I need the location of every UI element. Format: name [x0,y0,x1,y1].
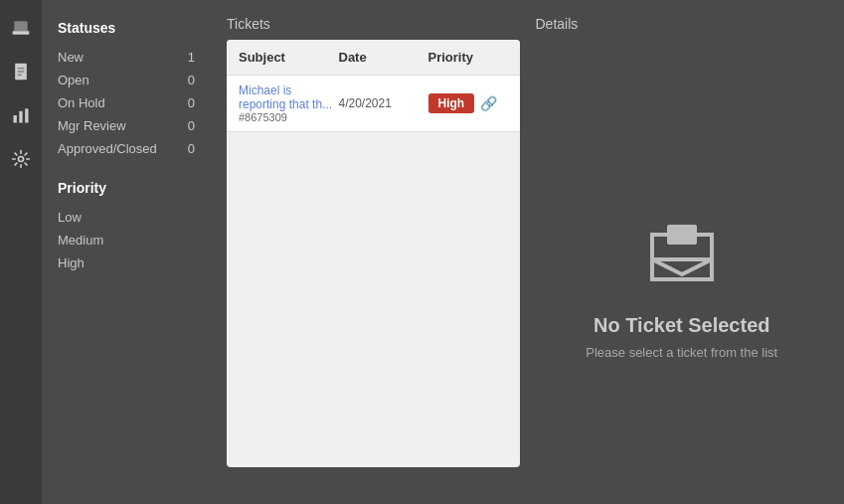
no-ticket-title: No Ticket Selected [593,314,769,337]
sidebar-item-onhold-count: 0 [188,95,195,110]
sidebar-item-open-label: Open [58,73,89,87]
priority-badge: High [428,93,475,113]
no-ticket-container: No Ticket Selected Please select a ticke… [536,40,829,504]
sidebar-item-mgrreview-label: Mgr Review [58,118,126,133]
inbox-nav-icon[interactable] [3,10,39,46]
svg-rect-2 [18,71,25,73]
attachment-icon: 🔗 [480,95,497,111]
sidebar-item-priority-medium[interactable]: Medium [58,229,195,252]
svg-rect-10 [667,225,697,245]
main-content: Tickets Subject Date Priority Michael is… [211,0,844,504]
col-header-subject: Subject [239,50,339,65]
svg-rect-4 [14,115,17,123]
sidebar-item-priority-low[interactable]: Low [58,206,195,229]
chart-nav-icon[interactable] [3,97,39,133]
sidebar-item-closed[interactable]: Approved/Closed 0 [58,137,195,160]
sidebar-priority-low-label: Low [58,210,82,225]
sidebar-item-priority-high[interactable]: High [58,252,195,274]
svg-rect-3 [18,75,22,77]
ticket-subject-col: Michael is reporting that th... #8675309 [239,84,339,123]
priority-title: Priority [58,180,195,196]
sidebar-item-mgrreview[interactable]: Mgr Review 0 [58,114,195,137]
sidebar-item-closed-count: 0 [188,141,195,156]
tickets-section: Tickets Subject Date Priority Michael is… [227,16,520,504]
sidebar-item-open-count: 0 [188,73,195,87]
sidebar-item-mgrreview-count: 0 [188,118,195,133]
settings-nav-icon[interactable] [3,141,39,177]
no-ticket-inbox-icon [642,225,722,294]
col-header-date: Date [339,50,428,65]
ticket-date: 4/20/2021 [339,96,428,110]
details-section: Details No Ticket Selected Please select… [536,16,829,504]
svg-marker-9 [652,259,712,274]
table-row[interactable]: Michael is reporting that th... #8675309… [227,76,520,132]
ticket-id: #8675309 [239,111,339,123]
sidebar-item-new-label: New [58,50,84,65]
document-nav-icon[interactable] [3,54,39,89]
svg-rect-5 [19,111,22,123]
sidebar-priority-medium-label: Medium [58,233,103,248]
tickets-table-header: Subject Date Priority [227,40,520,76]
tickets-section-header: Tickets [227,16,520,32]
sidebar-item-onhold[interactable]: On Hold 0 [58,91,195,114]
col-header-priority: Priority [428,50,508,65]
svg-rect-1 [18,68,25,70]
tickets-table-body: Michael is reporting that th... #8675309… [227,76,520,467]
sidebar-item-open[interactable]: Open 0 [58,69,195,91]
svg-point-7 [19,157,24,162]
content-area: Tickets Subject Date Priority Michael is… [227,16,828,504]
sidebar-item-new-count: 1 [188,50,195,65]
sidebar-item-onhold-label: On Hold [58,95,105,110]
sidebar-item-new[interactable]: New 1 [58,46,195,69]
no-ticket-subtitle: Please select a ticket from the list [586,345,777,360]
svg-rect-6 [25,108,28,122]
details-section-header: Details [536,16,829,32]
statuses-title: Statuses [58,20,195,36]
icon-bar [0,0,42,504]
sidebar-item-closed-label: Approved/Closed [58,141,157,156]
sidebar-priority-high-label: High [58,255,84,270]
sidebar: Statuses New 1 Open 0 On Hold 0 Mgr Revi… [42,0,211,504]
tickets-panel: Subject Date Priority Michael is reporti… [227,40,520,467]
ticket-priority-col: High 🔗 [428,93,508,113]
ticket-subject-text: Michael is reporting that th... [239,84,339,111]
